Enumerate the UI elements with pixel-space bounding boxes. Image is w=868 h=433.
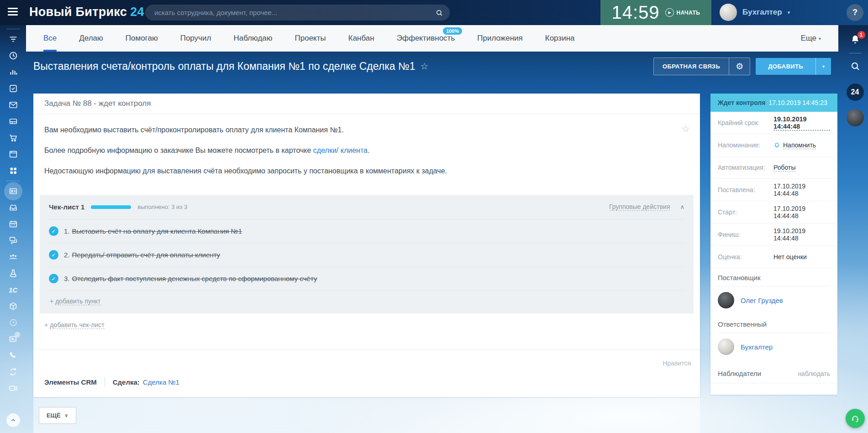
sidebar-item-market[interactable]: [0, 130, 26, 146]
checkbox-checked-icon[interactable]: ✓: [49, 226, 58, 236]
status-label: Ждет контроля: [718, 99, 765, 106]
sidebar-item-1c[interactable]: 1С: [0, 282, 26, 298]
favorite-star-icon[interactable]: ☆: [682, 123, 690, 134]
news-badge: 2: [14, 332, 21, 338]
tab-assigned[interactable]: Поручил: [180, 25, 211, 52]
sidebar-item-messenger[interactable]: [0, 232, 26, 249]
creator-link[interactable]: Олег Груздев: [741, 297, 783, 304]
sidebar-item-apps[interactable]: [0, 162, 26, 179]
sidebar-item-marketing[interactable]: [0, 265, 26, 282]
sidebar-item-video-calls[interactable]: [0, 380, 26, 396]
settings-button[interactable]: ⚙: [729, 58, 750, 75]
checklist-item-text[interactable]: Выставить счёт на оплату для клиента Ком…: [72, 227, 242, 235]
search-icon[interactable]: [435, 9, 443, 17]
sidebar-item-warehouse[interactable]: [0, 298, 26, 314]
support-chat-button[interactable]: [846, 409, 865, 428]
deal-link[interactable]: Сделка №1: [143, 378, 179, 386]
deal-client-link[interactable]: сделки/ клиента: [313, 146, 368, 154]
deadline-value[interactable]: 19.10.2019 14:44:48: [773, 115, 830, 130]
tab-recycle-bin[interactable]: Корзина: [545, 25, 575, 52]
user-menu[interactable]: Бухгалтер ▾: [720, 4, 790, 21]
reminder-value[interactable]: Напомнить: [783, 141, 816, 149]
sidebar-item-documents[interactable]: [0, 199, 26, 216]
checklist-panel: Чек-лист 1 выполнено: 3 из 3 Групповые д…: [40, 195, 694, 313]
responsible-avatar[interactable]: [718, 339, 734, 355]
robots-value[interactable]: Роботы: [773, 164, 795, 172]
automation-row: Автоматизация: Роботы: [710, 157, 837, 179]
description-paragraph: Вам необходимо выставить счёт/проконтрол…: [44, 126, 673, 134]
tab-more[interactable]: Еще▾: [800, 25, 821, 52]
sidebar-item-calendar[interactable]: [0, 216, 26, 232]
sidebar-item-telephony[interactable]: [0, 347, 26, 364]
add-checklist-button[interactable]: +добавить чек-лист: [33, 313, 700, 336]
sidebar-item-news[interactable]: 2: [0, 331, 26, 347]
tab-watching[interactable]: Наблюдаю: [233, 25, 272, 52]
sidebar-item-time[interactable]: [0, 314, 26, 331]
profile-avatar[interactable]: [847, 109, 864, 126]
worktime-widget[interactable]: 14:59 ▶ НАЧАТЬ: [600, 0, 711, 25]
sidebar-item-mail[interactable]: [0, 97, 26, 113]
creator-person: Олег Груздев: [710, 287, 837, 315]
collapse-sidebar-button[interactable]: [0, 412, 26, 428]
caret-down-icon: ▾: [819, 36, 821, 41]
sidebar-search-button[interactable]: [850, 61, 861, 72]
sidebar-item-employees[interactable]: [0, 249, 26, 265]
finish-row: Финиш: 19.10.2019 14:44:48: [710, 224, 837, 246]
tab-kanban[interactable]: Канбан: [348, 25, 374, 52]
sidebar-item-crm[interactable]: [0, 183, 26, 199]
watch-action[interactable]: наблюдать: [798, 370, 830, 377]
checklist-item-text[interactable]: Отследить факт поступления денежных сред…: [72, 275, 317, 282]
creator-avatar[interactable]: [718, 292, 734, 308]
description-paragraph: Недостающую информацию для выставления с…: [44, 167, 673, 175]
add-button[interactable]: ДОБАВИТЬ ▾: [756, 58, 831, 75]
sidebar-item-live-feed[interactable]: [0, 31, 26, 47]
status-datetime: 17.10.2019 14:45:23: [768, 99, 827, 106]
checklist-item: ✓ 3. Отследить факт поступления денежных…: [49, 267, 684, 291]
headset-icon: [850, 413, 860, 423]
user-avatar[interactable]: [720, 4, 737, 21]
feedback-button[interactable]: ОБРАТНАЯ СВЯЗЬ: [654, 58, 729, 75]
1c-icon: 1С: [9, 286, 17, 294]
status-banner: Ждет контроля 17.10.2019 14:45:23: [710, 94, 837, 112]
task-card: Задача № 88 - ждет контроля ☆ Вам необхо…: [33, 94, 700, 397]
responsible-link[interactable]: Бухгалтер: [741, 343, 773, 351]
clock-time: 14:59: [612, 2, 660, 23]
tab-projects[interactable]: Проекты: [295, 25, 326, 52]
sidebar-item-sync[interactable]: [0, 364, 26, 380]
bitrix24-badge[interactable]: 24: [847, 83, 864, 101]
checkbox-checked-icon[interactable]: ✓: [49, 274, 58, 283]
add-caret[interactable]: ▾: [815, 58, 831, 75]
top-bar: Новый Битрикс24 14:59 ▶ НАЧАТЬ Бухгалтер…: [0, 0, 868, 25]
add-checklist-item-button[interactable]: +добавить пункт: [49, 291, 684, 313]
favorite-star-icon[interactable]: ☆: [420, 61, 428, 72]
sidebar-item-drive[interactable]: [0, 113, 26, 130]
task-description: ☆ Вам необходимо выставить счёт/проконтр…: [33, 114, 700, 188]
tab-applications[interactable]: Приложения: [477, 25, 522, 52]
sidebar-item-time-management[interactable]: [0, 47, 26, 64]
watchers-label: Наблюдатели: [718, 370, 761, 377]
tab-doing[interactable]: Делаю: [79, 25, 103, 52]
search-input[interactable]: [154, 9, 435, 16]
tab-efficiency[interactable]: Эффективность100%: [397, 25, 455, 52]
checklist-item-text[interactable]: Передать/ отправить счёт для оплаты клие…: [72, 251, 221, 259]
menu-icon[interactable]: [8, 8, 18, 17]
sidebar-item-tasks[interactable]: [0, 80, 26, 97]
start-workday-button[interactable]: ▶ НАЧАТЬ: [665, 8, 700, 17]
tab-helping[interactable]: Помогаю: [126, 25, 158, 52]
logo[interactable]: Новый Битрикс24: [29, 5, 144, 19]
help-button[interactable]: ?: [847, 4, 863, 21]
global-search: [145, 5, 450, 21]
group-actions-link[interactable]: Групповые действия: [609, 203, 670, 211]
task-status-header: Задача № 88 - ждет контроля: [33, 94, 700, 114]
like-button[interactable]: Нравится: [663, 360, 691, 367]
logo-text: Новый Битрикс: [29, 5, 127, 19]
notifications-button[interactable]: 1: [849, 34, 861, 46]
checkbox-checked-icon[interactable]: ✓: [49, 250, 58, 260]
notification-badge: 1: [857, 31, 865, 39]
sidebar-item-sites[interactable]: [0, 146, 26, 162]
chevron-up-icon[interactable]: ∧: [680, 203, 684, 210]
tab-all[interactable]: Все: [43, 25, 57, 52]
sidebar-item-pulse[interactable]: [0, 64, 26, 80]
more-button[interactable]: ЕЩЁ ∨: [39, 407, 76, 424]
page-title: Выставления счета/контроль оплаты для Ко…: [33, 60, 415, 73]
